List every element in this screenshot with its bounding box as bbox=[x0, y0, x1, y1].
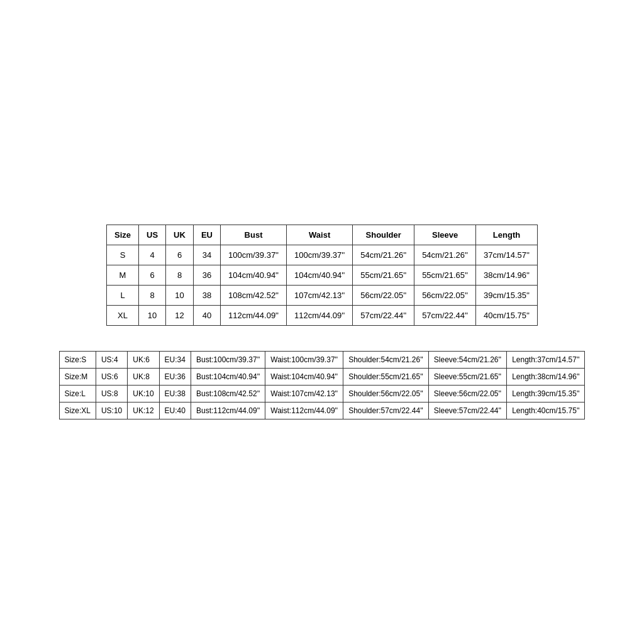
table-cell: S bbox=[107, 245, 139, 265]
table-cell: 112cm/44.09'' bbox=[220, 306, 286, 326]
table-cell: UK:6 bbox=[128, 352, 159, 369]
column-header: UK bbox=[166, 225, 194, 245]
table-cell: Waist:107cm/42.13'' bbox=[265, 386, 343, 402]
table-cell: M bbox=[107, 265, 139, 286]
table-cell: EU:38 bbox=[159, 386, 191, 402]
compact-size-table: Size:SUS:4UK:6EU:34Bust:100cm/39.37''Wai… bbox=[59, 351, 586, 419]
table-cell: L bbox=[107, 286, 139, 306]
table-cell: Sleeve:55cm/21.65'' bbox=[428, 369, 506, 386]
size-table: SizeUSUKEUBustWaistShoulderSleeveLength … bbox=[106, 225, 538, 326]
table-cell: 34 bbox=[193, 245, 220, 265]
table-cell: Sleeve:56cm/22.05'' bbox=[428, 386, 506, 402]
table-cell: Size:L bbox=[59, 386, 96, 402]
table-cell: US:10 bbox=[96, 402, 127, 419]
table-cell: 112cm/44.09'' bbox=[287, 306, 353, 326]
table-cell: Length:38cm/14.96'' bbox=[507, 369, 585, 386]
table-cell: 37cm/14.57'' bbox=[476, 245, 538, 265]
table-cell: 12 bbox=[166, 306, 194, 326]
table-cell: 108cm/42.52'' bbox=[220, 286, 286, 306]
table-cell: Bust:100cm/39.37'' bbox=[191, 352, 265, 369]
table-cell: Bust:104cm/40.94'' bbox=[191, 369, 265, 386]
table-cell: 104cm/40.94'' bbox=[220, 265, 286, 286]
table-cell: Waist:104cm/40.94'' bbox=[265, 369, 343, 386]
table-cell: 8 bbox=[166, 265, 194, 286]
column-header: US bbox=[139, 225, 166, 245]
size-chart-table2: Size:SUS:4UK:6EU:34Bust:100cm/39.37''Wai… bbox=[59, 351, 586, 419]
table-row: S4634100cm/39.37''100cm/39.37''54cm/21.2… bbox=[107, 245, 538, 265]
table-cell: 100cm/39.37'' bbox=[220, 245, 286, 265]
table-cell: Bust:108cm/42.52'' bbox=[191, 386, 265, 402]
column-header: Sleeve bbox=[414, 225, 476, 245]
table-cell: 54cm/21.26'' bbox=[353, 245, 414, 265]
table-cell: 54cm/21.26'' bbox=[414, 245, 476, 265]
table-cell: 38 bbox=[193, 286, 220, 306]
column-header: Bust bbox=[220, 225, 286, 245]
table-cell: 55cm/21.65'' bbox=[414, 265, 476, 286]
table-cell: 36 bbox=[193, 265, 220, 286]
table-cell: 57cm/22.44'' bbox=[353, 306, 414, 326]
table-cell: Sleeve:57cm/22.44'' bbox=[428, 402, 506, 419]
table-cell: 4 bbox=[139, 245, 166, 265]
table-cell: US:8 bbox=[96, 386, 127, 402]
table-cell: 40cm/15.75'' bbox=[476, 306, 538, 326]
table-cell: US:6 bbox=[96, 369, 127, 386]
table-cell: 6 bbox=[139, 265, 166, 286]
table-row: L81038108cm/42.52''107cm/42.13''56cm/22.… bbox=[107, 286, 538, 306]
table-cell: Shoulder:54cm/21.26'' bbox=[343, 352, 429, 369]
table-cell: 39cm/15.35'' bbox=[476, 286, 538, 306]
table-row: Size:LUS:8UK:10EU:38Bust:108cm/42.52''Wa… bbox=[59, 386, 585, 402]
table-cell: 56cm/22.05'' bbox=[353, 286, 414, 306]
table-cell: EU:40 bbox=[159, 402, 191, 419]
table-cell: 8 bbox=[139, 286, 166, 306]
table-row: Size:SUS:4UK:6EU:34Bust:100cm/39.37''Wai… bbox=[59, 352, 585, 369]
column-header: Waist bbox=[287, 225, 353, 245]
table-cell: 10 bbox=[166, 286, 194, 306]
table-cell: Length:39cm/15.35'' bbox=[507, 386, 585, 402]
table-cell: 57cm/22.44'' bbox=[414, 306, 476, 326]
table-cell: Size:S bbox=[59, 352, 96, 369]
table-cell: Shoulder:55cm/21.65'' bbox=[343, 369, 429, 386]
table-cell: Waist:112cm/44.09'' bbox=[265, 402, 343, 419]
table-row: Size:XLUS:10UK:12EU:40Bust:112cm/44.09''… bbox=[59, 402, 585, 419]
table-cell: XL bbox=[107, 306, 139, 326]
table-cell: 40 bbox=[193, 306, 220, 326]
table-cell: Shoulder:56cm/22.05'' bbox=[343, 386, 429, 402]
table-cell: US:4 bbox=[96, 352, 127, 369]
table-cell: UK:10 bbox=[128, 386, 159, 402]
table-cell: EU:34 bbox=[159, 352, 191, 369]
table-cell: Length:40cm/15.75'' bbox=[507, 402, 585, 419]
column-header: EU bbox=[193, 225, 220, 245]
table-cell: 100cm/39.37'' bbox=[287, 245, 353, 265]
table-cell: Size:M bbox=[59, 369, 96, 386]
table-cell: 55cm/21.65'' bbox=[353, 265, 414, 286]
table-cell: UK:12 bbox=[128, 402, 159, 419]
column-header: Shoulder bbox=[353, 225, 414, 245]
column-header: Length bbox=[476, 225, 538, 245]
table-cell: Bust:112cm/44.09'' bbox=[191, 402, 265, 419]
table-cell: 107cm/42.13'' bbox=[287, 286, 353, 306]
table-row: Size:MUS:6UK:8EU:36Bust:104cm/40.94''Wai… bbox=[59, 369, 585, 386]
table-row: M6836104cm/40.94''104cm/40.94''55cm/21.6… bbox=[107, 265, 538, 286]
table-cell: 6 bbox=[166, 245, 194, 265]
table-cell: 38cm/14.96'' bbox=[476, 265, 538, 286]
table-cell: Size:XL bbox=[59, 402, 96, 419]
table-cell: 56cm/22.05'' bbox=[414, 286, 476, 306]
table-row: XL101240112cm/44.09''112cm/44.09''57cm/2… bbox=[107, 306, 538, 326]
table-cell: Length:37cm/14.57'' bbox=[507, 352, 585, 369]
table-cell: Sleeve:54cm/21.26'' bbox=[428, 352, 506, 369]
table-cell: Waist:100cm/39.37'' bbox=[265, 352, 343, 369]
table-cell: 10 bbox=[139, 306, 166, 326]
column-header: Size bbox=[107, 225, 139, 245]
size-chart-table1: SizeUSUKEUBustWaistShoulderSleeveLength … bbox=[106, 225, 538, 326]
table-cell: 104cm/40.94'' bbox=[287, 265, 353, 286]
table-cell: EU:36 bbox=[159, 369, 191, 386]
table-cell: Shoulder:57cm/22.44'' bbox=[343, 402, 429, 419]
table-cell: UK:8 bbox=[128, 369, 159, 386]
